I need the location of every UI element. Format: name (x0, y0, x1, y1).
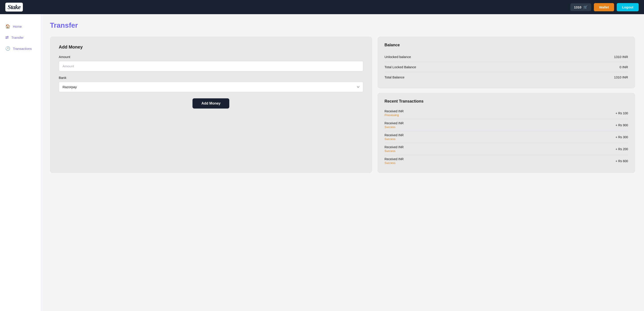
amount-label: Amount (59, 55, 363, 59)
clock-icon: 🕐 (5, 46, 10, 51)
transaction-status: Success (384, 161, 404, 165)
transaction-status: Processing (384, 113, 404, 117)
transaction-amount: + Rs 100 (616, 111, 628, 115)
logo: Stake (5, 3, 23, 11)
transaction-amount: + Rs 300 (616, 135, 628, 139)
add-money-title: Add Money (59, 44, 363, 50)
balance-row-value: 1310 INR (614, 75, 628, 79)
balance-row: Total Balance 1310 INR (384, 72, 628, 82)
home-icon: 🏠 (5, 24, 10, 29)
transaction-status: Success (384, 125, 404, 129)
wallet-button[interactable]: Wallet (594, 3, 614, 11)
add-money-button[interactable]: Add Money (192, 98, 229, 109)
balance-badge: 1310 🛒 (570, 3, 591, 11)
app-header: Stake 1310 🛒 Wallet Logout (0, 0, 644, 14)
sidebar-label-transactions: Transactions (13, 47, 32, 50)
transaction-amount: + Rs 600 (616, 159, 628, 163)
transaction-row: Received INR Processing + Rs 100 (384, 107, 628, 119)
transaction-info: Received INR Success (384, 145, 404, 153)
balance-row-label: Unlocked balance (384, 55, 411, 59)
sidebar-label-transfer: Transfer (11, 36, 24, 39)
content-grid: Add Money Amount Bank Razorpay Add Money… (50, 36, 635, 173)
transaction-row: Received INR Success + Rs 200 (384, 143, 628, 155)
balance-row: Unlocked balance 1310 INR (384, 52, 628, 62)
balance-row-value: 0 INR (620, 65, 628, 69)
sidebar: 🏠 Home ⇄ Transfer 🕐 Transactions (0, 14, 41, 311)
transaction-info: Received INR Success (384, 121, 404, 129)
transfer-icon: ⇄ (5, 35, 9, 40)
header-balance: 1310 (574, 5, 581, 9)
header-right: 1310 🛒 Wallet Logout (570, 3, 639, 11)
balance-row-label: Total Locked Balance (384, 65, 416, 69)
balance-title: Balance (384, 43, 628, 47)
transaction-row: Received INR Success + Rs 900 (384, 119, 628, 131)
transaction-row: Received INR Success + Rs 600 (384, 155, 628, 167)
transaction-amount: + Rs 200 (616, 147, 628, 151)
sidebar-item-home[interactable]: 🏠 Home (0, 21, 41, 31)
transaction-info: Received INR Success (384, 133, 404, 141)
sidebar-item-transactions[interactable]: 🕐 Transactions (0, 43, 41, 54)
transactions-title: Recent Transactions (384, 99, 628, 104)
transaction-info: Received INR Success (384, 157, 404, 165)
balance-row-value: 1310 INR (614, 55, 628, 59)
main-content: Transfer Add Money Amount Bank Razorpay … (41, 14, 644, 311)
bank-label: Bank (59, 76, 363, 79)
transaction-amount: + Rs 900 (616, 123, 628, 127)
transaction-type: Received INR (384, 133, 404, 137)
transaction-rows: Received INR Processing + Rs 100 Receive… (384, 107, 628, 167)
transaction-info: Received INR Processing (384, 109, 404, 117)
right-column: Balance Unlocked balance 1310 INR Total … (378, 36, 635, 173)
transaction-status: Success (384, 137, 404, 141)
cart-icon: 🛒 (583, 5, 588, 9)
amount-input[interactable] (59, 61, 363, 71)
bank-select[interactable]: Razorpay (59, 82, 363, 92)
transactions-card: Recent Transactions Received INR Process… (378, 93, 635, 173)
transaction-status: Success (384, 149, 404, 153)
balance-row-label: Total Balance (384, 75, 404, 79)
transaction-type: Received INR (384, 145, 404, 149)
add-money-card: Add Money Amount Bank Razorpay Add Money (50, 36, 372, 173)
transaction-type: Received INR (384, 109, 404, 113)
transaction-type: Received INR (384, 121, 404, 125)
app-body: 🏠 Home ⇄ Transfer 🕐 Transactions Transfe… (0, 0, 644, 311)
balance-rows: Unlocked balance 1310 INR Total Locked B… (384, 52, 628, 82)
page-title: Transfer (50, 21, 635, 29)
transaction-row: Received INR Success + Rs 300 (384, 131, 628, 143)
sidebar-label-home: Home (13, 24, 22, 28)
balance-card: Balance Unlocked balance 1310 INR Total … (378, 36, 635, 88)
balance-row: Total Locked Balance 0 INR (384, 62, 628, 72)
sidebar-item-transfer[interactable]: ⇄ Transfer (0, 32, 41, 42)
logout-button[interactable]: Logout (617, 3, 639, 11)
transaction-type: Received INR (384, 157, 404, 161)
